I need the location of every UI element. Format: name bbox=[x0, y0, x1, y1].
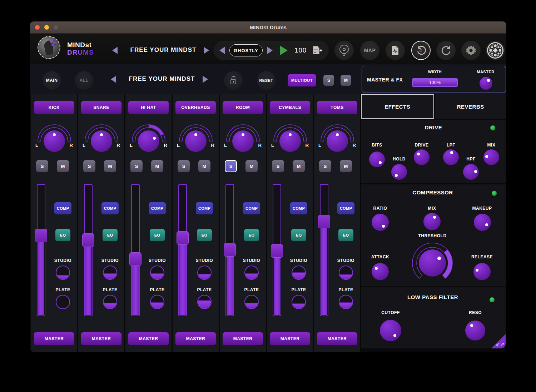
volume-fader[interactable] bbox=[320, 184, 328, 316]
solo-button[interactable]: S bbox=[225, 160, 237, 172]
channel-master-button[interactable]: MASTER bbox=[223, 332, 263, 345]
volume-fader[interactable] bbox=[178, 184, 187, 316]
volume-fader[interactable] bbox=[225, 184, 234, 316]
map-button[interactable]: MAP bbox=[360, 41, 379, 60]
threshold-knob[interactable] bbox=[419, 249, 446, 277]
comp-button[interactable]: COMP bbox=[243, 202, 260, 214]
master-volume-knob[interactable] bbox=[480, 77, 492, 90]
drive-knob[interactable] bbox=[414, 149, 430, 165]
pattern-brand-icon-button[interactable] bbox=[486, 41, 505, 60]
volume-fader[interactable] bbox=[37, 184, 45, 316]
lpf-led[interactable] bbox=[490, 297, 495, 302]
bits-knob[interactable] bbox=[369, 152, 385, 167]
plate-send-knob[interactable] bbox=[197, 295, 212, 309]
reso-knob[interactable] bbox=[465, 321, 485, 341]
studio-send-knob[interactable] bbox=[244, 266, 259, 280]
volume-fader[interactable] bbox=[273, 184, 281, 316]
lpf-knob[interactable] bbox=[443, 149, 459, 165]
mute-button[interactable]: M bbox=[151, 160, 163, 172]
mix-knob[interactable] bbox=[483, 149, 499, 165]
fader-thumb[interactable] bbox=[35, 229, 47, 242]
channel-master-button[interactable]: MASTER bbox=[270, 332, 310, 345]
comp-button[interactable]: COMP bbox=[290, 202, 307, 214]
eq-button[interactable]: EQ bbox=[244, 229, 259, 241]
fader-thumb[interactable] bbox=[271, 244, 283, 258]
solo-button[interactable]: S bbox=[83, 160, 95, 172]
pan-knob[interactable] bbox=[232, 130, 254, 152]
midi-export-icon[interactable] bbox=[311, 45, 323, 56]
channel-master-button[interactable]: MASTER bbox=[175, 332, 216, 345]
fader-thumb[interactable] bbox=[318, 215, 330, 228]
channel-name-button[interactable]: KICK bbox=[34, 101, 74, 114]
comp-mix-knob[interactable] bbox=[423, 213, 441, 230]
fader-thumb[interactable] bbox=[224, 243, 236, 257]
eq-button[interactable]: EQ bbox=[103, 229, 118, 241]
mute-button[interactable]: M bbox=[57, 160, 69, 172]
plate-send-knob[interactable] bbox=[56, 295, 70, 309]
makeup-knob[interactable] bbox=[474, 214, 491, 231]
pan-knob[interactable] bbox=[91, 130, 112, 152]
mute-button[interactable]: M bbox=[104, 160, 116, 172]
channel-name-button[interactable]: OVERHEADS bbox=[175, 101, 216, 114]
solo-button[interactable]: S bbox=[130, 160, 143, 172]
mute-button[interactable]: M bbox=[293, 160, 305, 172]
tab-reverbs[interactable]: REVERBS bbox=[435, 94, 507, 119]
global-solo-button[interactable]: S bbox=[323, 75, 334, 86]
settings-gear-button[interactable] bbox=[461, 41, 481, 60]
studio-send-knob[interactable] bbox=[150, 266, 164, 280]
main-button[interactable]: MAIN bbox=[43, 71, 61, 90]
plate-send-knob[interactable] bbox=[339, 295, 353, 309]
audio-file-icon-button[interactable] bbox=[386, 41, 405, 60]
release-knob[interactable] bbox=[473, 263, 491, 280]
toolbar-preset-next-button[interactable] bbox=[203, 76, 208, 83]
comp-button[interactable]: COMP bbox=[337, 202, 354, 214]
comp-button[interactable]: COMP bbox=[149, 202, 166, 214]
channel-master-button[interactable]: MASTER bbox=[317, 332, 357, 345]
width-slider[interactable]: 100% bbox=[412, 78, 458, 87]
channel-name-button[interactable]: CYMBALS bbox=[270, 101, 310, 114]
drive-led[interactable] bbox=[490, 125, 495, 130]
cutoff-knob[interactable] bbox=[380, 320, 401, 341]
drum-icon-button[interactable] bbox=[334, 41, 354, 60]
preset-prev-button[interactable] bbox=[112, 47, 118, 54]
eq-button[interactable]: EQ bbox=[55, 229, 70, 241]
eq-button[interactable]: EQ bbox=[150, 229, 165, 241]
channel-name-button[interactable]: HI HAT bbox=[128, 101, 169, 114]
comp-button[interactable]: COMP bbox=[196, 202, 213, 214]
studio-send-knob[interactable] bbox=[339, 266, 353, 280]
ratio-knob[interactable] bbox=[372, 214, 389, 231]
play-button[interactable] bbox=[280, 46, 288, 55]
channel-master-button[interactable]: MASTER bbox=[34, 332, 74, 345]
channel-name-button[interactable]: TOMS bbox=[317, 101, 357, 114]
attack-knob[interactable] bbox=[372, 263, 389, 280]
plate-send-knob[interactable] bbox=[150, 295, 164, 309]
solo-button[interactable]: S bbox=[319, 160, 331, 172]
compressor-led[interactable] bbox=[492, 191, 497, 196]
channel-master-button[interactable]: MASTER bbox=[81, 332, 121, 345]
tab-effects[interactable]: EFFECTS bbox=[361, 94, 434, 119]
resize-arrows-icon[interactable]: ↙↗ bbox=[496, 341, 504, 347]
pan-knob[interactable] bbox=[185, 130, 207, 152]
multiout-button[interactable]: MULTIOUT bbox=[288, 74, 316, 86]
volume-fader[interactable] bbox=[84, 184, 93, 316]
mute-button[interactable]: M bbox=[198, 160, 210, 172]
solo-button[interactable]: S bbox=[36, 160, 48, 172]
kit-select-button[interactable]: GHOSTLY bbox=[229, 44, 263, 56]
pan-knob[interactable] bbox=[279, 130, 301, 152]
eq-button[interactable]: EQ bbox=[291, 229, 306, 241]
kit-prev-button[interactable] bbox=[219, 47, 225, 54]
channel-name-button[interactable]: SNARE bbox=[81, 101, 121, 114]
fader-thumb[interactable] bbox=[129, 252, 142, 266]
solo-button[interactable]: S bbox=[272, 160, 284, 172]
eq-button[interactable]: EQ bbox=[338, 229, 353, 241]
hpf-knob[interactable] bbox=[463, 164, 479, 180]
studio-send-knob[interactable] bbox=[292, 266, 306, 280]
studio-send-knob[interactable] bbox=[103, 266, 117, 280]
pan-knob[interactable] bbox=[44, 130, 65, 152]
volume-fader[interactable] bbox=[131, 184, 140, 316]
global-mute-button[interactable]: M bbox=[341, 75, 351, 86]
mute-button[interactable]: M bbox=[340, 160, 352, 172]
solo-button[interactable]: S bbox=[178, 160, 190, 172]
comp-button[interactable]: COMP bbox=[54, 202, 71, 214]
redo-button[interactable] bbox=[436, 41, 456, 60]
